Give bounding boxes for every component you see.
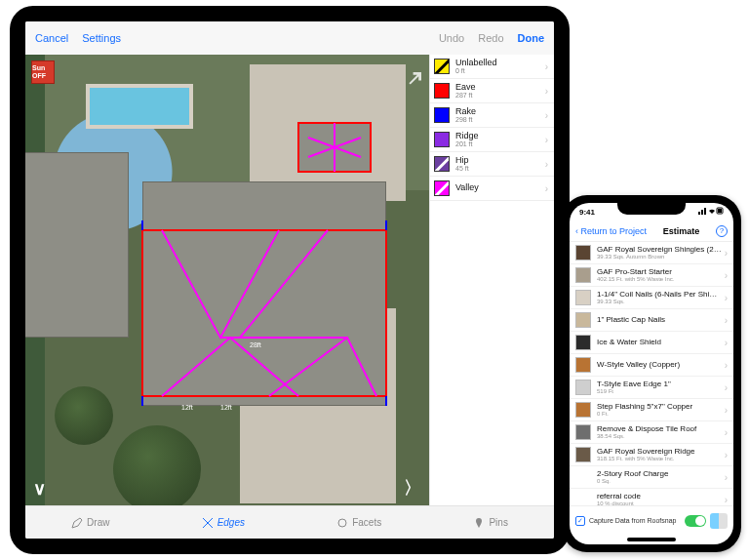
tool-facets[interactable]: Facets — [336, 517, 381, 529]
redo-button[interactable]: Redo — [478, 32, 503, 44]
legend-value: 45 ft — [455, 165, 545, 172]
material-thumbnail — [575, 492, 591, 505]
legend-text: Hip45 ft — [455, 156, 545, 173]
undo-button[interactable]: Undo — [439, 32, 464, 44]
estimate-sub: 402.15 Ft. with 5% Waste Inc. — [597, 276, 722, 282]
chevron-right-icon: › — [545, 135, 548, 145]
tablet-main: Sun OFF — [25, 55, 554, 505]
chevron-right-icon: › — [725, 382, 728, 393]
chevron-right-icon: › — [545, 61, 548, 72]
legend-name: Unlabelled — [455, 59, 545, 67]
estimate-row[interactable]: referral code10 % discount› — [570, 489, 733, 505]
tablet-device: Cancel Settings Undo Redo Done Sun OFF — [10, 6, 570, 554]
back-button[interactable]: ‹ Return to Project — [575, 226, 647, 236]
pin-icon — [473, 517, 485, 529]
material-thumbnail — [575, 245, 591, 260]
svg-point-16 — [338, 519, 346, 527]
prev-image-chevron[interactable]: ∨ — [33, 478, 46, 500]
done-button[interactable]: Done — [518, 32, 545, 44]
svg-rect-21 — [718, 209, 722, 213]
capture-label: Capture Data from Roofsnap — [589, 517, 677, 524]
edges-icon — [202, 517, 214, 529]
legend-text: Valley — [455, 183, 545, 192]
estimate-name: referral code — [597, 493, 722, 500]
estimate-text: GAF Pro-Start Starter402.15 Ft. with 5% … — [597, 268, 722, 283]
estimate-text: GAF Royal Sovereign Ridge318.15 Ft. with… — [597, 448, 722, 462]
tablet-toolbar: Cancel Settings Undo Redo Done — [25, 21, 554, 55]
legend-row[interactable]: Valley› — [430, 177, 554, 201]
estimate-row[interactable]: 1" Plastic Cap Nails› — [570, 309, 733, 332]
facets-icon — [336, 517, 348, 529]
estimate-sub: 39.33 Sqs. Autumn Brown — [597, 254, 722, 260]
legend-value: 0 ft — [455, 67, 545, 74]
aerial-map[interactable]: Sun OFF — [25, 55, 429, 505]
legend-row[interactable]: Eave287 ft› — [430, 79, 554, 103]
chevron-right-icon: › — [725, 495, 728, 505]
estimate-name: GAF Royal Sovereign Shingles (25yr) — [597, 246, 722, 254]
chevron-right-icon: › — [725, 360, 728, 371]
capture-toggle[interactable] — [685, 515, 706, 527]
nav-title: Estimate — [647, 226, 716, 236]
pencil-icon — [71, 517, 83, 529]
tool-draw[interactable]: Draw — [71, 517, 109, 529]
legend-value: 287 ft — [455, 92, 545, 99]
material-thumbnail — [575, 447, 591, 462]
material-thumbnail — [575, 380, 591, 395]
chevron-right-icon: › — [725, 270, 728, 281]
phone-notch — [617, 203, 686, 215]
chevron-right-icon: › — [545, 183, 548, 194]
estimate-row[interactable]: Step Flashing 5"x7" Copper0 Ft.› — [570, 399, 733, 421]
svg-text:12ft: 12ft — [181, 404, 193, 411]
material-thumbnail — [575, 424, 591, 440]
svg-rect-18 — [701, 210, 703, 215]
estimate-row[interactable]: T-Style Eave Edge 1"519 Ft› — [570, 377, 733, 399]
tool-edges[interactable]: Edges — [202, 517, 245, 529]
estimate-name: Remove & Dispose Tile Roof — [597, 425, 722, 433]
estimate-sub: 0 Sq. — [597, 478, 722, 484]
legend-row[interactable]: Ridge201 ft› — [430, 128, 554, 152]
info-button[interactable]: ? — [716, 225, 728, 237]
material-thumbnail — [575, 267, 591, 283]
estimate-text: Step Flashing 5"x7" Copper0 Ft. — [597, 403, 722, 418]
estimate-sub: 0 Ft. — [597, 411, 722, 417]
estimate-text: 1" Plastic Cap Nails — [597, 316, 722, 324]
legend-name: Rake — [455, 107, 545, 116]
phone-bottom-bar: ✓ Capture Data from Roofsnap — [570, 505, 733, 535]
tablet-screen: Cancel Settings Undo Redo Done Sun OFF — [25, 21, 554, 539]
estimate-row[interactable]: W-Style Valley (Copper)› — [570, 354, 733, 377]
legend-name: Eave — [455, 83, 545, 92]
phone-nav-bar: ‹ Return to Project Estimate ? — [570, 220, 733, 242]
legend-row[interactable]: Rake298 ft› — [430, 103, 554, 128]
estimate-text: referral code10 % discount — [597, 493, 722, 505]
chevron-right-icon: › — [725, 338, 728, 348]
legend-text: Ridge201 ft — [455, 132, 545, 148]
legend-row[interactable]: Hip45 ft› — [430, 152, 554, 177]
estimate-name: Ice & Water Shield — [597, 339, 722, 346]
estimate-row[interactable]: 2-Story Roof Charge0 Sq.› — [570, 466, 733, 489]
secondary-toggle[interactable] — [710, 513, 728, 529]
legend-name: Hip — [455, 156, 545, 165]
estimate-row[interactable]: 1-1/4" Coil Nails (6-Nails Per Shingle)3… — [570, 287, 733, 309]
tool-pins[interactable]: Pins — [473, 517, 507, 529]
estimate-text: T-Style Eave Edge 1"519 Ft — [597, 380, 722, 395]
estimate-row[interactable]: GAF Pro-Start Starter402.15 Ft. with 5% … — [570, 264, 733, 287]
legend-row[interactable]: Unlabelled0 ft› — [430, 55, 554, 79]
capture-checkbox[interactable]: ✓ — [575, 516, 585, 526]
estimate-name: T-Style Eave Edge 1" — [597, 380, 722, 388]
estimate-row[interactable]: GAF Royal Sovereign Shingles (25yr)39.33… — [570, 242, 733, 264]
status-time: 9:41 — [579, 208, 595, 217]
chevron-right-icon: › — [725, 472, 728, 483]
next-image-chevron[interactable]: 〉 — [404, 476, 421, 500]
estimate-list[interactable]: GAF Royal Sovereign Shingles (25yr)39.33… — [570, 242, 733, 505]
estimate-row[interactable]: Ice & Water Shield› — [570, 332, 733, 354]
legend-name: Ridge — [455, 132, 545, 140]
material-thumbnail — [575, 357, 591, 373]
estimate-row[interactable]: Remove & Dispose Tile Roof38.54 Sqs.› — [570, 421, 733, 444]
settings-button[interactable]: Settings — [82, 32, 121, 44]
material-thumbnail — [575, 312, 591, 328]
material-thumbnail — [575, 402, 591, 418]
cancel-button[interactable]: Cancel — [35, 32, 68, 44]
chevron-right-icon: › — [725, 450, 728, 460]
estimate-row[interactable]: GAF Royal Sovereign Ridge318.15 Ft. with… — [570, 444, 733, 466]
estimate-sub: 39.33 Sqs. — [597, 299, 722, 304]
